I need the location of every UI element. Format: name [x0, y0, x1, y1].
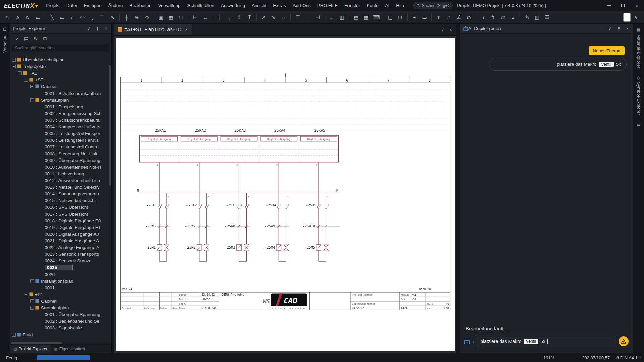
polygon-icon[interactable]: ◇	[142, 13, 151, 22]
view-dropdown-icon[interactable]: ∨	[13, 35, 20, 42]
terminal-strip-icon[interactable]: ▥	[337, 13, 346, 22]
tree-item[interactable]: −+ST	[10, 76, 111, 83]
circle-dashed-icon[interactable]: ◌	[279, 13, 288, 22]
tree-item[interactable]: −Stromlaufplan	[10, 304, 111, 311]
panel-tab-eigenschaften[interactable]: ▦Eigenschaften	[51, 345, 88, 353]
tree-item[interactable]: −Cabinet	[10, 83, 111, 90]
macro-save-icon[interactable]: ↰	[488, 13, 497, 22]
explorer-search[interactable]	[12, 44, 109, 52]
macro-place-icon[interactable]: ↳	[478, 13, 487, 22]
shape-icon[interactable]: ◻	[176, 13, 185, 22]
text-tool-icon[interactable]: T	[434, 13, 443, 22]
dock-tab-material-explorer[interactable]: ▦Material-Explorer	[636, 27, 641, 68]
tree-horizontal-scrollbar[interactable]	[11, 342, 110, 344]
tree-vertical-scrollbar[interactable]	[109, 65, 111, 253]
chevron-down-icon[interactable]: ∨	[472, 340, 475, 343]
explorer-search-input[interactable]	[15, 46, 106, 50]
menu-pro-file[interactable]: PRO.FILE	[314, 0, 341, 11]
menu-datei[interactable]: Datei	[63, 0, 80, 11]
tree-item[interactable]: 0026	[10, 271, 111, 278]
tree-item[interactable]: +Fluid	[10, 331, 111, 338]
tree-item[interactable]: 0004 : Kompressor Luftvers	[10, 123, 111, 130]
tree-item[interactable]: 0012 : Auswerteeinheit Lich	[10, 177, 111, 184]
menu-extras[interactable]: Extras	[270, 0, 289, 11]
close-tab-icon[interactable]: ×	[185, 27, 188, 32]
dimension-linear-icon[interactable]: ↔	[201, 13, 210, 22]
wire-vertical-icon[interactable]: ┆	[215, 13, 224, 22]
tree-item[interactable]: 0010 : Auswerteinheit Not-H	[10, 164, 111, 170]
arc-lower-icon[interactable]: ◡	[88, 13, 97, 22]
tree-item[interactable]: 0001 : Übergabe Spannung	[10, 311, 111, 318]
hatch-icon[interactable]: ▨	[533, 13, 542, 22]
close-panel-icon[interactable]: ×	[625, 26, 630, 31]
tree-item[interactable]: 0024 : Sensorik Stanze	[10, 257, 111, 264]
collapse-icon[interactable]: −	[24, 293, 28, 296]
paper-color-icon[interactable]	[623, 13, 631, 22]
potential-up-icon[interactable]: ↥	[235, 13, 244, 22]
menu-auswertung[interactable]: Auswertung	[218, 0, 248, 11]
tree-item[interactable]: 0017 : SPS Übersicht	[10, 210, 111, 217]
menu-ansicht[interactable]: Ansicht	[248, 0, 270, 11]
maximize-button[interactable]	[616, 0, 630, 11]
collapse-icon[interactable]: −	[24, 78, 28, 82]
collapse-icon[interactable]: −	[12, 65, 16, 68]
potential-down-icon[interactable]: ↧	[245, 13, 254, 22]
contact-nc-icon[interactable]: ⊥	[303, 13, 312, 22]
menu-einf-gen[interactable]: Einfügen	[80, 0, 105, 11]
tree-item[interactable]: 0009 : Übergabe Spannung	[10, 157, 111, 164]
contact-no-icon[interactable]: ⊤	[293, 13, 302, 22]
collapse-icon[interactable]: −	[30, 306, 34, 310]
tree-item[interactable]: −Teilprojekte	[10, 63, 111, 70]
new-page-icon[interactable]: ▤	[23, 35, 30, 42]
contact-changeover-icon[interactable]: ⊣	[313, 13, 322, 22]
expand-icon[interactable]: +	[12, 58, 16, 62]
plot-frame-icon[interactable]: ▭	[420, 13, 429, 22]
grid-icon[interactable]: #	[444, 13, 453, 22]
refresh-icon[interactable]: ↻	[32, 35, 39, 42]
text-attribute-icon[interactable]: A·	[23, 13, 33, 22]
menu--ndern[interactable]: Ändern	[105, 0, 126, 11]
collapse-icon[interactable]: −	[30, 279, 34, 283]
global-search-input[interactable]	[422, 3, 449, 8]
tree-item[interactable]: 0007 : Leistungsteil Control	[10, 143, 111, 150]
wire-junction-icon[interactable]: ┼	[122, 13, 131, 22]
chevron-down-icon[interactable]: ∨	[607, 26, 612, 31]
arrow-source-icon[interactable]: ↗	[259, 13, 268, 22]
tree-item[interactable]: 0020 : Digital Ausgänge A0	[10, 231, 111, 237]
tree-item[interactable]: 0025	[10, 264, 111, 271]
tree-item[interactable]: 0013 : Netzteil und Selektiv	[10, 184, 111, 190]
tree-item[interactable]: 0001	[10, 284, 111, 291]
tree-item[interactable]: 0006 : Leistungsteil Fahrtis	[10, 137, 111, 143]
tab-list-dropdown-icon[interactable]: ∨	[441, 27, 444, 32]
swap-icon[interactable]: ⇄	[498, 13, 507, 22]
rectangle-icon[interactable]: ▭	[58, 13, 67, 22]
tree-item[interactable]: −=A1	[10, 70, 111, 76]
tree-item[interactable]: 0001 : Einspeisung	[10, 103, 111, 110]
tree-item[interactable]: 0021 : Digitale Ausgänge A	[10, 237, 111, 244]
preview-panel-icon[interactable]: ⊟	[3, 26, 7, 32]
menu-ai[interactable]: AI	[382, 0, 393, 11]
minimize-button[interactable]	[602, 0, 616, 11]
menu-konto[interactable]: Konto	[363, 0, 382, 11]
line-icon[interactable]: ╲	[48, 13, 57, 22]
image-icon[interactable]: ▣	[156, 13, 165, 22]
scale-frame-icon[interactable]: ⊡	[396, 13, 405, 22]
select-cursor-icon[interactable]: ↖	[3, 13, 12, 22]
tree-item[interactable]: 0001 : Schaltschrankaufbau	[10, 90, 111, 97]
text-frame-icon[interactable]: ▭	[34, 13, 43, 22]
arc-upper-icon[interactable]: ◠	[78, 13, 87, 22]
stop-warning-button[interactable]	[619, 336, 629, 346]
menu-schnittstellen[interactable]: Schnittstellen	[184, 0, 217, 11]
schematic-page[interactable]: 12345678MM-25KA1Digital Ausgang2412-25X1…	[116, 38, 455, 351]
dimension-icon[interactable]: ⊢	[191, 13, 200, 22]
select-frame-icon[interactable]: ▢	[386, 13, 395, 22]
collapse-icon[interactable]: −	[30, 85, 34, 88]
tree-item[interactable]: 0019 : Digitale Eingänge E1	[10, 224, 111, 231]
tree-item[interactable]: 0016 : SPS Übersicht	[10, 204, 111, 210]
wire-node-icon[interactable]: ⊕	[132, 13, 141, 22]
new-topic-button[interactable]: Neues Thema	[589, 46, 625, 55]
cable-icon[interactable]: ≣	[327, 13, 336, 22]
layers-icon[interactable]: ≡	[508, 13, 518, 22]
tree-item[interactable]: 0015 : Netzwerkübersicht	[10, 197, 111, 204]
panel-tab-projekt-explorer[interactable]: ▤Projekt-Explorer	[10, 345, 51, 353]
